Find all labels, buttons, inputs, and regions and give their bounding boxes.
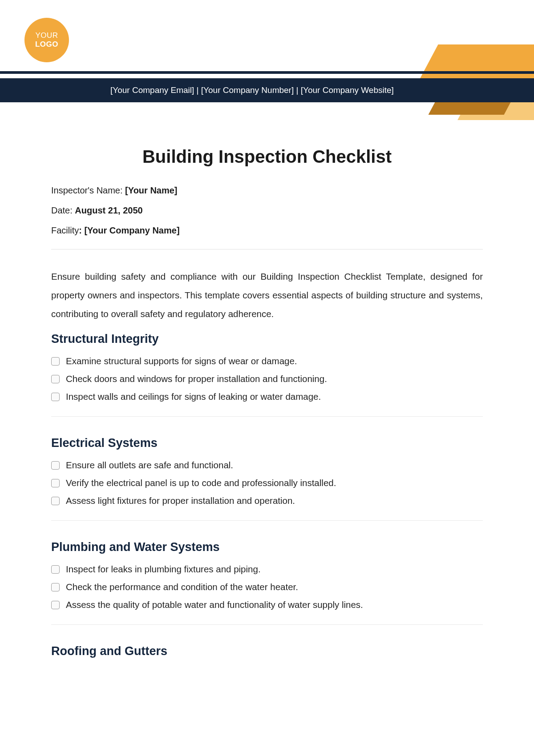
checklist-item: Check the performance and condition of t… bbox=[51, 582, 483, 592]
section-divider bbox=[51, 520, 483, 521]
section-heading-1: Electrical Systems bbox=[51, 436, 483, 450]
checklist-item: Examine structural supports for signs of… bbox=[51, 356, 483, 366]
checklist-text: Examine structural supports for signs of… bbox=[66, 356, 297, 366]
checklist-item: Assess the quality of potable water and … bbox=[51, 599, 483, 610]
page-title: Building Inspection Checklist bbox=[51, 147, 483, 167]
meta-inspector-label: Inspector's Name: bbox=[51, 185, 125, 195]
checklist-text: Inspect for leaks in plumbing fixtures a… bbox=[66, 564, 261, 575]
checklist-text: Ensure all outlets are safe and function… bbox=[66, 460, 233, 470]
checklist-item: Inspect walls and ceilings for signs of … bbox=[51, 391, 483, 402]
checkbox-icon[interactable] bbox=[51, 497, 60, 505]
checklist-item: Ensure all outlets are safe and function… bbox=[51, 460, 483, 470]
checkbox-icon[interactable] bbox=[51, 601, 60, 609]
checklist-text: Check the performance and condition of t… bbox=[66, 582, 298, 592]
meta-facility-sep: : bbox=[79, 225, 84, 235]
section-heading-3: Roofing and Gutters bbox=[51, 644, 483, 658]
checkbox-icon[interactable] bbox=[51, 375, 60, 383]
checkbox-icon[interactable] bbox=[51, 479, 60, 487]
checklist-text: Assess the quality of potable water and … bbox=[66, 599, 363, 610]
logo-line2: LOGO bbox=[35, 40, 58, 48]
checklist-1: Ensure all outlets are safe and function… bbox=[51, 460, 483, 506]
section-divider bbox=[51, 416, 483, 417]
checklist-item: Check doors and windows for proper insta… bbox=[51, 374, 483, 384]
meta-facility-label: Facility bbox=[51, 225, 79, 235]
checkbox-icon[interactable] bbox=[51, 461, 60, 470]
logo-line1: YOUR bbox=[35, 31, 58, 40]
checklist-text: Verify the electrical panel is up to cod… bbox=[66, 478, 336, 488]
checklist-item: Verify the electrical panel is up to cod… bbox=[51, 478, 483, 488]
checklist-text: Assess light fixtures for proper install… bbox=[66, 495, 295, 506]
meta-inspector-value: [Your Name] bbox=[125, 185, 177, 195]
checkbox-icon[interactable] bbox=[51, 357, 60, 366]
checklist-text: Inspect walls and ceilings for signs of … bbox=[66, 391, 321, 402]
checkbox-icon[interactable] bbox=[51, 393, 60, 401]
header-contact-bar: [Your Company Email] | [Your Company Num… bbox=[0, 78, 534, 102]
meta-facility-value: [Your Company Name] bbox=[84, 225, 179, 235]
section-divider bbox=[51, 624, 483, 625]
checkbox-icon[interactable] bbox=[51, 565, 60, 574]
checklist-0: Examine structural supports for signs of… bbox=[51, 356, 483, 402]
header-shape-brown bbox=[429, 102, 511, 115]
checklist-text: Check doors and windows for proper insta… bbox=[66, 374, 327, 384]
meta-date-label: Date: bbox=[51, 205, 75, 215]
logo-placeholder: YOUR LOGO bbox=[24, 18, 69, 62]
header-contact-text: [Your Company Email] | [Your Company Num… bbox=[110, 85, 394, 95]
section-heading-2: Plumbing and Water Systems bbox=[51, 540, 483, 554]
header-thin-rule bbox=[0, 71, 534, 74]
checklist-2: Inspect for leaks in plumbing fixtures a… bbox=[51, 564, 483, 610]
meta-date: Date: August 21, 2050 bbox=[51, 205, 483, 216]
meta-date-value: August 21, 2050 bbox=[75, 205, 142, 215]
checklist-item: Assess light fixtures for proper install… bbox=[51, 495, 483, 506]
document-content: Building Inspection Checklist Inspector'… bbox=[51, 147, 483, 668]
intro-paragraph: Ensure building safety and compliance wi… bbox=[51, 267, 483, 323]
checklist-item: Inspect for leaks in plumbing fixtures a… bbox=[51, 564, 483, 575]
meta-divider bbox=[51, 249, 483, 249]
meta-facility: Facility: [Your Company Name] bbox=[51, 225, 483, 236]
section-heading-0: Structural Integrity bbox=[51, 332, 483, 346]
checkbox-icon[interactable] bbox=[51, 583, 60, 591]
meta-inspector: Inspector's Name: [Your Name] bbox=[51, 185, 483, 196]
